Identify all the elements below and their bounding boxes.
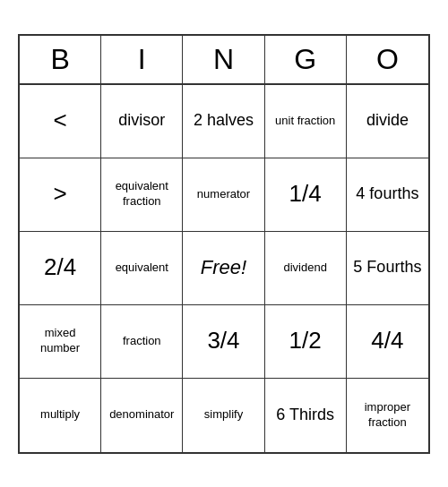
cell-4: divide (347, 85, 428, 158)
cell-13: dividend (265, 232, 347, 305)
cell-17: 3/4 (183, 305, 264, 379)
cell-2: 2 halves (183, 85, 264, 158)
header-letter-b: B (20, 36, 101, 83)
cell-20: multiply (20, 379, 101, 452)
cell-1: divisor (101, 85, 183, 158)
cell-12: Free! (183, 232, 264, 305)
cell-5: > (20, 158, 101, 232)
cell-19: 4/4 (347, 305, 428, 379)
cell-22: simplify (183, 379, 264, 452)
cell-21: denominator (101, 379, 183, 452)
bingo-header: BINGO (20, 36, 428, 85)
cell-15: mixed number (20, 305, 101, 379)
cell-18: 1/2 (265, 305, 347, 379)
header-letter-o: O (347, 36, 428, 83)
cell-3: unit fraction (265, 85, 347, 158)
cell-7: numerator (183, 158, 264, 232)
header-letter-g: G (265, 36, 347, 83)
cell-9: 4 fourths (347, 158, 428, 232)
cell-14: 5 Fourths (347, 232, 428, 305)
header-letter-n: N (183, 36, 264, 83)
bingo-grid: <divisor2 halvesunit fractiondivide>equi… (20, 85, 428, 452)
bingo-card: BINGO <divisor2 halvesunit fractiondivid… (18, 34, 430, 454)
cell-10: 2/4 (20, 232, 101, 305)
cell-6: equivalent fraction (101, 158, 183, 232)
cell-23: 6 Thirds (265, 379, 347, 452)
header-letter-i: I (101, 36, 183, 83)
cell-16: fraction (101, 305, 183, 379)
cell-0: < (20, 85, 101, 158)
cell-11: equivalent (101, 232, 183, 305)
cell-8: 1/4 (265, 158, 347, 232)
cell-24: improper fraction (347, 379, 428, 452)
